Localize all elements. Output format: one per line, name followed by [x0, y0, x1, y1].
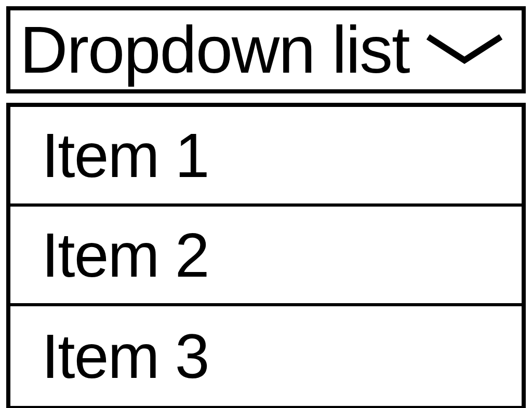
dropdown-list: Item 1 Item 2 Item 3: [6, 103, 526, 408]
dropdown: Dropdown list Item 1 Item 2 Item 3: [6, 6, 526, 408]
chevron-down-icon: [423, 32, 506, 68]
dropdown-item-label: Item 2: [42, 219, 208, 291]
dropdown-item-label: Item 1: [42, 119, 208, 191]
dropdown-item-3[interactable]: Item 3: [10, 306, 522, 406]
dropdown-item-label: Item 3: [42, 320, 208, 392]
dropdown-item-2[interactable]: Item 2: [10, 207, 522, 306]
dropdown-item-1[interactable]: Item 1: [10, 107, 522, 207]
dropdown-label: Dropdown list: [20, 17, 409, 83]
dropdown-toggle[interactable]: Dropdown list: [6, 6, 526, 93]
